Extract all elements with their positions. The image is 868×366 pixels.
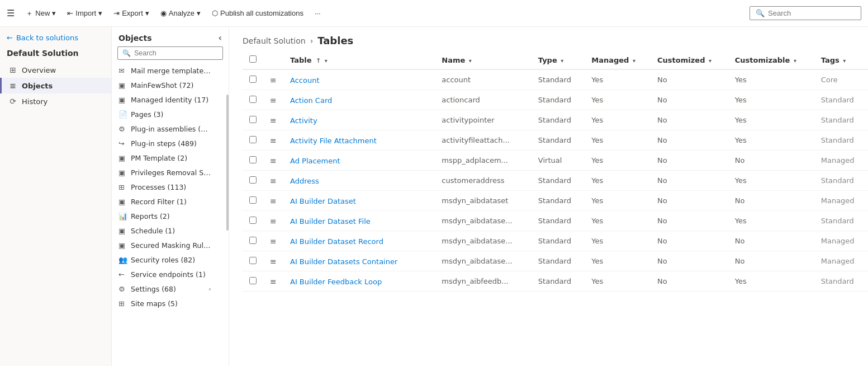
row-table-name[interactable]: Address <box>290 177 319 185</box>
hamburger-icon[interactable]: ☰ <box>7 8 15 18</box>
th-type[interactable]: Type ▾ <box>532 51 585 69</box>
obj-label: Secured Masking Rule (6) <box>131 241 211 250</box>
row-table-name[interactable]: Activity File Attachment <box>290 137 377 145</box>
objects-list-item-pm-template[interactable]: ▣PM Template (2)··· <box>112 151 229 165</box>
row-table-name[interactable]: AI Builder Dataset File <box>290 217 371 226</box>
customized-col-dropdown-icon[interactable]: ▾ <box>709 58 712 64</box>
row-checkbox[interactable] <box>249 156 257 163</box>
row-checkbox[interactable] <box>249 237 257 244</box>
row-table-name[interactable]: Activity <box>290 116 317 125</box>
row-table-name[interactable]: AI Builder Feedback Loop <box>290 278 382 286</box>
type-col-dropdown-icon[interactable]: ▾ <box>561 58 563 64</box>
row-table-name[interactable]: Ad Placement <box>290 157 340 165</box>
customizable-col-dropdown-icon[interactable]: ▾ <box>794 58 796 64</box>
more-button[interactable]: ··· <box>310 7 325 20</box>
objects-list-item-processes[interactable]: ⊞Processes (113)··· <box>112 180 229 194</box>
back-to-solutions[interactable]: ← Back to solutions <box>0 27 111 46</box>
row-customized-cell: No <box>651 151 728 171</box>
row-checkbox-cell[interactable] <box>243 231 263 251</box>
row-checkbox-cell[interactable] <box>243 69 263 90</box>
row-checkbox-cell[interactable] <box>243 151 263 171</box>
row-checkbox[interactable] <box>249 136 257 143</box>
name-col-dropdown-icon[interactable]: ▾ <box>469 58 472 64</box>
objects-list-item-site-maps[interactable]: ⊞Site maps (5)··· <box>112 296 229 311</box>
objects-list-item-privileges-removal[interactable]: ▣Privileges Removal S... (3)··· <box>112 165 229 180</box>
objects-list-item-settings[interactable]: ⚙Settings (68)›··· <box>112 281 229 296</box>
objects-list-item-plugin-steps[interactable]: ↪Plug-in steps (489)··· <box>112 136 229 151</box>
breadcrumb-parent[interactable]: Default Solution <box>243 36 306 45</box>
objects-scrollbar-thumb[interactable] <box>226 95 229 230</box>
sidebar-item-objects[interactable]: ≡ Objects <box>0 78 111 93</box>
collapse-icon[interactable]: ‹ <box>218 32 222 43</box>
row-customizable-value: No <box>735 156 745 165</box>
row-checkbox[interactable] <box>249 217 257 224</box>
row-customizable-value: Yes <box>735 76 747 84</box>
row-checkbox-cell[interactable] <box>243 110 263 130</box>
th-tags[interactable]: Tags ▾ <box>814 51 868 69</box>
table-row: ≡ AI Builder Feedback Loop ⋮ msdyn_aibfe… <box>243 271 868 292</box>
objects-list-item-service-endpoints[interactable]: ←Service endpoints (1)··· <box>112 267 229 281</box>
th-managed[interactable]: Managed ▾ <box>585 51 651 69</box>
table-row: ≡ Account ⋮ account Standard Yes No Yes … <box>243 69 868 90</box>
row-table-name[interactable]: AI Builder Dataset Record <box>290 237 383 246</box>
objects-list-item-reports[interactable]: 📊Reports (2)··· <box>112 209 229 223</box>
table-col-dropdown-icon[interactable]: ▾ <box>325 58 328 64</box>
sidebar-item-history[interactable]: ⟳ History <box>0 93 111 109</box>
row-checkbox-cell[interactable] <box>243 211 263 231</box>
objects-list-item-schedule[interactable]: ▣Schedule (1)··· <box>112 223 229 238</box>
objects-list-item-mainfewshot[interactable]: ▣MainFewShot (72)··· <box>112 78 229 92</box>
row-checkbox-cell[interactable] <box>243 191 263 211</box>
th-customized[interactable]: Customized ▾ <box>651 51 728 69</box>
row-checkbox-cell[interactable] <box>243 171 263 191</box>
th-select[interactable] <box>243 51 263 69</box>
export-button[interactable]: ⇥ Export ▾ <box>109 7 154 20</box>
row-checkbox-cell[interactable] <box>243 90 263 110</box>
row-checkbox[interactable] <box>249 257 257 264</box>
obj-label: Privileges Removal S... (3) <box>131 168 211 177</box>
objects-list-item-secured-masking[interactable]: ▣Secured Masking Rule (6)··· <box>112 238 229 252</box>
objects-list-item-mail-merge[interactable]: ✉Mail merge templates (6)··· <box>112 63 229 78</box>
th-table[interactable]: Table ↑ ▾ <box>283 51 435 69</box>
row-type-cell: Standard <box>532 130 585 151</box>
objects-list-item-managed-identity[interactable]: ▣Managed Identity (17)··· <box>112 92 229 107</box>
row-customized-cell: No <box>651 271 728 292</box>
row-table-name[interactable]: AI Builder Datasets Container <box>290 257 397 266</box>
publish-button[interactable]: ⬡ Publish all customizations <box>207 7 308 20</box>
row-checkbox[interactable] <box>249 96 257 103</box>
th-name[interactable]: Name ▾ <box>435 51 532 69</box>
row-checkbox[interactable] <box>249 176 257 184</box>
row-icon-cell: ≡ <box>263 151 283 171</box>
new-button[interactable]: ＋ New ▾ <box>21 6 60 21</box>
row-tags-value: Managed <box>821 257 855 265</box>
import-button[interactable]: ⇤ Import ▾ <box>63 7 107 20</box>
row-checkbox[interactable] <box>249 76 257 83</box>
select-all-checkbox[interactable] <box>249 55 257 63</box>
obj-expand-icon[interactable]: › <box>208 285 211 293</box>
row-checkbox[interactable] <box>249 116 257 123</box>
objects-list-item-security-roles[interactable]: 👥Security roles (82)··· <box>112 252 229 267</box>
sidebar-nav: ⊞ Overview ≡ Objects ⟳ History <box>0 62 111 109</box>
toolbar-search[interactable]: 🔍 <box>750 6 861 20</box>
row-table-name[interactable]: Account <box>290 76 320 85</box>
search-input[interactable] <box>768 9 846 17</box>
row-managed-value: Yes <box>591 196 603 205</box>
managed-col-dropdown-icon[interactable]: ▾ <box>633 58 635 64</box>
row-tags-cell: Standard <box>814 211 868 231</box>
row-checkbox-cell[interactable] <box>243 271 263 292</box>
row-checkbox[interactable] <box>249 277 257 284</box>
row-checkbox[interactable] <box>249 196 257 204</box>
row-managed-cell: Yes <box>585 130 651 151</box>
row-checkbox-cell[interactable] <box>243 251 263 271</box>
th-customizable[interactable]: Customizable ▾ <box>728 51 814 69</box>
row-table-name[interactable]: Action Card <box>290 96 332 105</box>
objects-list-item-record-filter[interactable]: ▣Record Filter (1)··· <box>112 194 229 209</box>
row-checkbox-cell[interactable] <box>243 130 263 151</box>
sidebar-item-overview[interactable]: ⊞ Overview <box>0 62 111 78</box>
objects-list-item-pages[interactable]: 📄Pages (3)··· <box>112 107 229 121</box>
analyze-button[interactable]: ◉ Analyze ▾ <box>156 7 205 20</box>
objects-list-item-plugin-assemblies[interactable]: ⚙Plug-in assemblies (55)··· <box>112 121 229 136</box>
row-table-name[interactable]: AI Builder Dataset <box>290 197 356 205</box>
tags-col-dropdown-icon[interactable]: ▾ <box>843 58 846 64</box>
objects-search-input[interactable] <box>134 49 218 57</box>
objects-search-container[interactable]: 🔍 <box>117 46 223 60</box>
